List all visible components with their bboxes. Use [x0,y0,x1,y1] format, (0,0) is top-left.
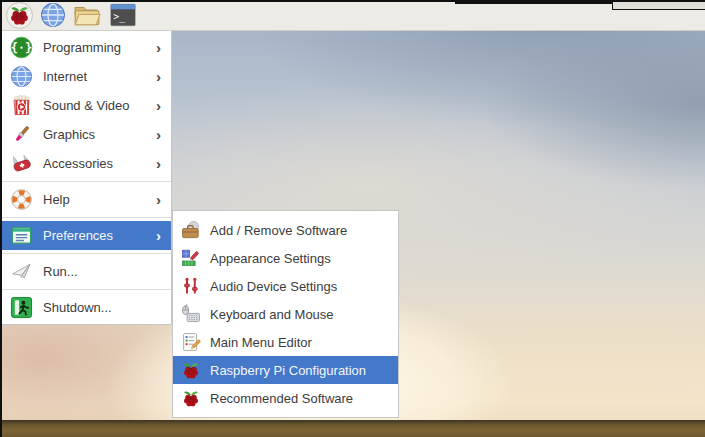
submenu-item-keyboard-and-mouse[interactable]: Keyboard and Mouse [173,300,398,328]
menu-item-help[interactable]: Help › [1,185,171,214]
menu-item-label: Shutdown... [43,300,112,315]
menu-item-graphics[interactable]: Graphics › [1,120,171,149]
sound-video-popcorn-icon [9,93,34,118]
submenu-arrow-icon: › [156,192,163,207]
submenu-item-label: Main Menu Editor [210,335,312,350]
menu-separator [1,289,171,290]
software-case-cd-icon [180,220,201,241]
menu-item-accessories[interactable]: Accessories › [1,149,171,178]
run-paper-plane-icon [9,259,34,284]
screen-left-edge [0,0,2,437]
submenu-item-recommended-software[interactable]: Recommended Software [173,384,398,412]
menu-item-label: Graphics [43,127,95,142]
help-lifebuoy-icon [9,187,34,212]
submenu-arrow-icon: › [156,228,163,243]
menu-item-shutdown[interactable]: Shutdown... [1,293,171,322]
menu-item-label: Sound & Video [43,98,130,113]
file-manager-button[interactable] [72,2,102,29]
applications-menu-panel: { } Programming › Internet › [0,31,172,325]
menu-item-label: Run... [43,264,78,279]
submenu-item-label: Appearance Settings [210,251,331,266]
top-right-window-fragment [612,1,705,10]
submenu-item-label: Recommended Software [210,391,353,406]
graphics-paintbrush-icon [9,122,34,147]
submenu-item-appearance-settings[interactable]: Appearance Settings [173,244,398,272]
document-pencil-icon [180,332,201,353]
submenu-item-label: Add / Remove Software [210,223,347,238]
audio-faders-icon [180,276,201,297]
submenu-item-raspberry-pi-configuration[interactable]: Raspberry Pi Configuration [173,356,398,384]
accessories-swiss-knife-icon [9,151,34,176]
submenu-item-label: Audio Device Settings [210,279,337,294]
menu-item-internet[interactable]: Internet › [1,62,171,91]
color-swatches-icon [180,248,201,269]
raspberry-icon [180,360,201,381]
menu-item-run[interactable]: Run... [1,257,171,286]
submenu-arrow-icon: › [156,127,163,142]
svg-text:>_: >_ [113,11,125,23]
raspberry-icon [180,388,201,409]
applications-menu-button[interactable] [4,2,34,29]
folder-icon [73,2,101,28]
menu-separator [1,253,171,254]
submenu-arrow-icon: › [156,156,163,171]
internet-globe-icon [9,64,34,89]
web-browser-button[interactable] [38,2,68,29]
globe-icon [40,2,66,28]
menu-item-label: Help [43,192,70,207]
menu-item-label: Preferences [43,228,113,243]
submenu-item-add-remove-software[interactable]: Add / Remove Software [173,216,398,244]
preferences-submenu-panel: Add / Remove Software Appearance Setting… [172,210,399,418]
keyboard-mouse-icon [180,304,201,325]
programming-braces-icon: { } [9,35,34,60]
menu-item-sound-video[interactable]: Sound & Video › [1,91,171,120]
submenu-item-main-menu-editor[interactable]: Main Menu Editor [173,328,398,356]
shutdown-exit-icon [9,295,34,320]
menu-separator [1,181,171,182]
menu-item-label: Accessories [43,156,113,171]
submenu-item-audio-device-settings[interactable]: Audio Device Settings [173,272,398,300]
menu-separator [1,217,171,218]
submenu-arrow-icon: › [156,40,163,55]
submenu-item-label: Raspberry Pi Configuration [210,363,366,378]
menu-item-preferences[interactable]: Preferences › [1,221,171,250]
taskbar: >_ [0,0,705,31]
menu-item-label: Programming [43,40,121,55]
preferences-control-panel-icon [9,223,34,248]
menu-item-label: Internet [43,69,87,84]
submenu-item-label: Keyboard and Mouse [210,307,334,322]
desktop-screen: >_ { } Programming › [0,0,705,437]
raspberry-logo-icon [6,2,33,29]
menu-item-programming[interactable]: { } Programming › [1,33,171,62]
terminal-button[interactable]: >_ [108,2,138,29]
submenu-arrow-icon: › [156,98,163,113]
terminal-icon: >_ [109,2,137,28]
wallpaper-horizon-ground [0,420,705,437]
submenu-arrow-icon: › [156,69,163,84]
